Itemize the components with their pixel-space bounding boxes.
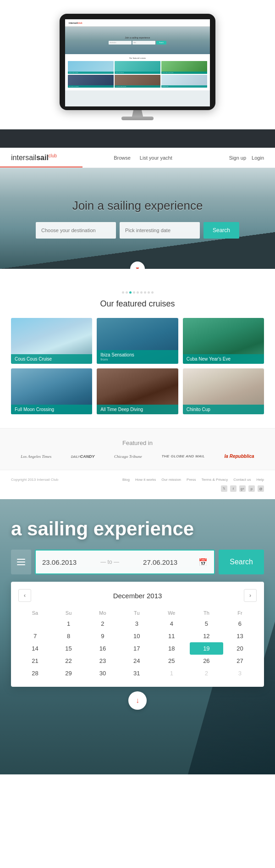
footer-copyright: Copyright 2013 Intersail Club xyxy=(11,478,58,482)
cal-header-sa: Sa xyxy=(18,608,52,618)
dot-7 xyxy=(144,291,146,294)
brand-strong: sail xyxy=(36,154,49,161)
cruise-card-1[interactable]: Cous Cous Cruise xyxy=(11,318,92,364)
cruise-card-2[interactable]: Ibiza Sensationsfrom xyxy=(97,318,178,364)
scroll-indicator[interactable]: ▼ xyxy=(130,262,145,269)
googleplus-icon[interactable]: g+ xyxy=(239,485,246,492)
cal-day-next-2[interactable]: 2 xyxy=(190,667,223,679)
scroll-down-button[interactable]: ↓ xyxy=(128,691,147,710)
navbar: intersailsailclub Browse List your yacht… xyxy=(0,148,275,168)
stand-base xyxy=(121,117,154,120)
cal-day-4[interactable]: 4 xyxy=(154,618,190,630)
cal-day-23[interactable]: 23 xyxy=(85,655,120,667)
cal-day-10[interactable]: 10 xyxy=(120,630,154,642)
footer-contact[interactable]: Contact us xyxy=(233,478,251,482)
footer-help[interactable]: Help xyxy=(257,478,264,482)
arrow-down-icon: ↓ xyxy=(136,696,139,705)
monitor-brand: intersailclub xyxy=(69,22,82,24)
cal-day-7[interactable]: 7 xyxy=(18,630,52,642)
cal-day-22[interactable]: 22 xyxy=(52,655,85,667)
cal-day-14[interactable]: 14 xyxy=(18,642,52,655)
cal-day-25[interactable]: 25 xyxy=(154,655,190,667)
footer-terms[interactable]: Terms & Privacy xyxy=(202,478,228,482)
featured-title: Our featured cruises xyxy=(11,299,264,309)
mobile-section: a sailing experience 23.06.2013 — to — 2… xyxy=(0,499,275,774)
cal-day-3[interactable]: 3 xyxy=(120,618,154,630)
cal-day-11[interactable]: 11 xyxy=(154,630,190,642)
cruise-label-4: Full Moon Crossing xyxy=(11,405,92,414)
website-section: intersailsailclub Browse List your yacht… xyxy=(0,148,275,499)
cal-header-we: We xyxy=(154,608,190,618)
monitor-cruise-2: Ibiza Sensations xyxy=(115,61,160,74)
cal-day-2[interactable]: 2 xyxy=(85,618,120,630)
date-input[interactable] xyxy=(120,222,200,239)
mobile-menu-button[interactable] xyxy=(11,550,31,574)
cal-day-6[interactable]: 6 xyxy=(223,618,257,630)
pinterest-icon[interactable]: p xyxy=(248,485,255,492)
date-from: 23.06.2013 xyxy=(42,558,77,566)
hero-section: Join a sailing experience Search ▼ xyxy=(0,168,275,269)
dot-9 xyxy=(151,291,154,294)
mobile-hero-text: a sailing experience xyxy=(0,499,275,550)
destination-input[interactable] xyxy=(36,222,116,239)
cal-day-16[interactable]: 16 xyxy=(85,642,120,655)
cal-day-27[interactable]: 27 xyxy=(223,655,257,667)
cal-day-12[interactable]: 12 xyxy=(190,630,223,642)
email-icon[interactable]: @ xyxy=(258,485,264,492)
cal-day-15[interactable]: 15 xyxy=(52,642,85,655)
monitor-stand xyxy=(60,110,215,120)
monitor-featured-title: Our featured cruises xyxy=(68,57,207,59)
nav-login[interactable]: Login xyxy=(252,155,264,161)
calendar-prev-button[interactable]: ‹ xyxy=(18,589,31,602)
press-chicago: Chicago Tribune xyxy=(114,454,142,459)
cruise-label-2: Ibiza Sensationsfrom xyxy=(97,350,178,364)
cal-day-9[interactable]: 9 xyxy=(85,630,120,642)
cal-day-31[interactable]: 31 xyxy=(120,667,154,679)
cruise-card-4[interactable]: Full Moon Crossing xyxy=(11,368,92,414)
cal-day-24[interactable]: 24 xyxy=(120,655,154,667)
footer-press[interactable]: Press xyxy=(187,478,196,482)
cal-day-26[interactable]: 26 xyxy=(190,655,223,667)
cal-day-30[interactable]: 30 xyxy=(85,667,120,679)
monitor-wrapper: intersailclub Join a sailing experience … xyxy=(60,14,215,120)
monitor-cruise-3: Cuba New Year's Eve xyxy=(161,61,207,74)
cal-day-5[interactable]: 5 xyxy=(190,618,223,630)
cal-week-5: 28 29 30 31 1 2 3 xyxy=(18,667,257,679)
cal-day-28[interactable]: 28 xyxy=(18,667,52,679)
monitor-screen: intersailclub Join a sailing experience … xyxy=(65,19,210,106)
monitor-cruises-grid: Cous Cous Cruise Ibiza Sensations Cuba N… xyxy=(68,61,207,88)
stand-neck xyxy=(131,110,144,117)
footer-mission[interactable]: Our mission xyxy=(161,478,181,482)
calendar-next-button[interactable]: › xyxy=(244,589,257,602)
cal-day-next-1[interactable]: 1 xyxy=(154,667,190,679)
monitor-date-input: date xyxy=(132,41,155,45)
cal-day-21[interactable]: 21 xyxy=(18,655,52,667)
hamburger-icon-2 xyxy=(17,562,25,562)
cal-day-next-3[interactable]: 3 xyxy=(223,667,257,679)
nav-list-yacht[interactable]: List your yacht xyxy=(140,155,172,161)
monitor-dest-input: destination xyxy=(109,41,132,45)
cruise-label-3: Cuba New Year's Eve xyxy=(183,354,264,364)
cruise-card-3[interactable]: Cuba New Year's Eve xyxy=(183,318,264,364)
cruise-card-6[interactable]: Chinito Cup xyxy=(183,368,264,414)
cal-day-20[interactable]: 20 xyxy=(223,642,257,655)
twitter-icon[interactable]: 𝕏 xyxy=(221,485,227,492)
facebook-icon[interactable]: f xyxy=(230,485,236,492)
cal-day-13[interactable]: 13 xyxy=(223,630,257,642)
nav-browse[interactable]: Browse xyxy=(114,155,131,161)
cal-day-17[interactable]: 17 xyxy=(120,642,154,655)
cruise-card-5[interactable]: All Time Deep Diving xyxy=(97,368,178,414)
cal-day-8[interactable]: 8 xyxy=(52,630,85,642)
nav-signup[interactable]: Sign up xyxy=(229,155,246,161)
cal-day-29[interactable]: 29 xyxy=(52,667,85,679)
cal-week-1: 1 2 3 4 5 6 xyxy=(18,618,257,630)
cal-day-18[interactable]: 18 xyxy=(154,642,190,655)
footer-blog[interactable]: Blog xyxy=(122,478,130,482)
footer-how[interactable]: How it works xyxy=(135,478,156,482)
search-button[interactable]: Search xyxy=(204,222,239,239)
cal-day-1[interactable]: 1 xyxy=(52,618,85,630)
date-range-input[interactable]: 23.06.2013 — to — 27.06.2013 📅 xyxy=(35,550,215,574)
mobile-search-button[interactable]: Search xyxy=(219,550,264,574)
hero-search-bar: Search xyxy=(36,222,239,239)
cal-day-19-today[interactable]: 19 xyxy=(190,642,223,655)
